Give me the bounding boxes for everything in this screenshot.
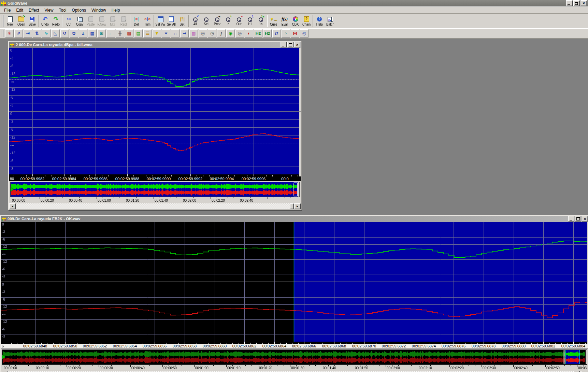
open-button[interactable]: ↷Open <box>16 14 27 28</box>
waveform-canvas[interactable] <box>9 48 299 111</box>
out-button[interactable]: −Out <box>233 14 244 28</box>
scrollbar-track[interactable] <box>16 203 294 209</box>
in-button[interactable]: +In <box>223 14 233 28</box>
equalizer-table-button[interactable]: ▦ <box>88 29 97 38</box>
overview-canvas[interactable] <box>11 182 298 197</box>
time-knob-button[interactable]: ◷ <box>208 29 216 38</box>
menu-item-edit[interactable]: Edit <box>13 7 26 13</box>
redo-button[interactable]: ↷Redo <box>51 14 61 28</box>
app-titlebar[interactable]: GoldWave × <box>0 0 588 6</box>
plugin-gear-button[interactable]: ✿ <box>70 29 78 38</box>
stretch-button[interactable]: ↔ <box>171 29 180 38</box>
match-knob-button[interactable]: ◎ <box>235 29 244 38</box>
reverse-button[interactable]: ↺ <box>60 29 69 38</box>
chart-button[interactable]: ▤ <box>134 29 143 38</box>
back-arrow-button[interactable]: ← <box>106 29 115 38</box>
document-titlebar[interactable]: 009-De Caro-La rayuela FB2K - OK.wav× <box>1 216 588 222</box>
toolbar-grip[interactable] <box>1 15 4 27</box>
quality-timer-button[interactable]: ◔ <box>282 29 290 38</box>
sel-vw-button[interactable]: Sel Vw <box>155 14 166 28</box>
hz-filter-button[interactable]: Hz <box>254 29 262 38</box>
trim-button[interactable]: ✕|✕Trim <box>142 14 153 28</box>
clock-button[interactable]: ◴ <box>300 29 309 38</box>
undo-button[interactable]: ↶Undo <box>40 14 51 28</box>
chain-button[interactable]: ?Chain <box>301 14 312 28</box>
pitch-button[interactable]: ⇗ <box>14 29 23 38</box>
waveform-canvas[interactable] <box>1 222 587 282</box>
document-minimize-button[interactable] <box>568 216 574 221</box>
menu-item-options[interactable]: Options <box>69 7 88 13</box>
scroll-right-button[interactable]: ► <box>294 203 301 209</box>
pan-button[interactable]: ◐ <box>245 29 253 38</box>
mechanize-button[interactable]: ◺ <box>51 29 60 38</box>
matrix-button[interactable]: ▩ <box>125 29 133 38</box>
scrollbar-thumb[interactable] <box>290 203 294 209</box>
shape-button[interactable]: ⇅ <box>33 29 41 38</box>
max-knob-button[interactable]: ◉ <box>226 29 235 38</box>
menu-item-window[interactable]: Window <box>89 7 109 13</box>
horizontal-scrollbar[interactable]: ◄► <box>9 203 301 209</box>
overview-strip[interactable] <box>2 349 587 364</box>
overview-canvas[interactable] <box>2 350 586 364</box>
menu-item-effect[interactable]: Effect <box>26 7 42 13</box>
1-1-button[interactable]: 11:1 <box>244 14 255 28</box>
cdx-button[interactable]: CDX <box>290 14 301 28</box>
document-titlebar[interactable]: 2 009-De Caro-La rayuela dBpa - fail.wma… <box>9 42 301 48</box>
waveform-canvas[interactable] <box>9 112 299 174</box>
waveform-channel-left-channel[interactable]: 0-3-6-12-∞-12-6-3 <box>1 222 588 282</box>
eval-button[interactable]: f(x)Eval <box>279 14 290 28</box>
cue-drop-button[interactable]: ▼ <box>153 29 161 38</box>
prev-button[interactable]: ◄Prev <box>212 14 223 28</box>
menu-item-file[interactable]: File <box>1 7 13 13</box>
toolbar-grip[interactable] <box>1 30 4 37</box>
del-button[interactable]: ✕Del <box>131 14 142 28</box>
waveform-channel-right-channel[interactable]: 0-3-6-12-∞-12-6-3 <box>1 282 588 342</box>
document-maximize-button[interactable] <box>287 42 293 47</box>
hz-wave-button[interactable]: Hz <box>263 29 272 38</box>
voice-button[interactable]: ⋈ <box>291 29 299 38</box>
1s-button[interactable]: 1s1s <box>255 14 266 28</box>
fit-window-button[interactable]: ⊞ <box>97 29 106 38</box>
offset-button[interactable]: ⇥ <box>24 29 32 38</box>
doppler-button[interactable]: ✳ <box>5 29 14 38</box>
document-close-button[interactable]: × <box>294 42 300 47</box>
help-button[interactable]: ?Help <box>314 14 325 28</box>
menu-item-view[interactable]: View <box>42 7 56 13</box>
copy-button[interactable]: Copy <box>74 14 85 28</box>
set-button[interactable]: |?|Set <box>177 14 188 28</box>
app-restore-button[interactable] <box>573 0 580 6</box>
waveform-canvas[interactable] <box>1 282 587 342</box>
menu-item-help[interactable]: Help <box>109 7 123 13</box>
document-close-button[interactable]: × <box>582 216 588 221</box>
playback-position-marker[interactable] <box>11 187 14 191</box>
eq-bands-button[interactable]: ☰ <box>143 29 152 38</box>
overview-strip[interactable] <box>10 182 300 197</box>
app-close-button[interactable]: × <box>580 0 587 6</box>
new-button[interactable]: New <box>5 14 16 28</box>
save-button[interactable]: Save <box>27 14 38 28</box>
sel-all-button[interactable]: Sel All <box>166 14 177 28</box>
flanger-button[interactable]: ∿ <box>42 29 51 38</box>
noise-sparkle-button[interactable]: ✶ <box>162 29 170 38</box>
waveform-channel-left-channel[interactable]: 0-3-6-12-∞-12-6-3 <box>9 48 301 111</box>
document-minimize-button[interactable] <box>281 42 287 47</box>
ramp-button[interactable]: ⇝ <box>180 29 189 38</box>
volume-knob-button[interactable]: ◎ <box>199 29 207 38</box>
spectrum-strip-button[interactable]: ▥ <box>189 29 198 38</box>
document-maximize-button[interactable] <box>575 216 581 221</box>
cues-button[interactable]: ▼…Cues <box>268 14 279 28</box>
resample-button[interactable]: ⇄ <box>272 29 281 38</box>
sel-button[interactable]: Sel <box>201 14 212 28</box>
all-button[interactable]: ✕All <box>190 14 201 28</box>
time-ruler[interactable]: 600:02:59.684800:02:59.685000:02:59.6852… <box>1 342 588 349</box>
batch-button[interactable]: FxBatch <box>325 14 336 28</box>
app-minimize-button[interactable] <box>566 0 573 6</box>
cut-button[interactable]: ✂Cut <box>63 14 74 28</box>
waveform-channel-right-channel[interactable]: 0-3-6-12-∞-12-6-3 <box>9 112 301 174</box>
exchange-button[interactable]: ± <box>79 29 87 38</box>
time-ruler[interactable]: 8000:02:59.998200:02:59.998400:02:59.998… <box>9 174 301 181</box>
mixer-sliders-button[interactable]: ╫ <box>116 29 124 38</box>
menu-item-tool[interactable]: Tool <box>56 7 69 13</box>
scroll-left-button[interactable]: ◄ <box>9 203 16 209</box>
playback-position-marker[interactable] <box>2 355 5 359</box>
